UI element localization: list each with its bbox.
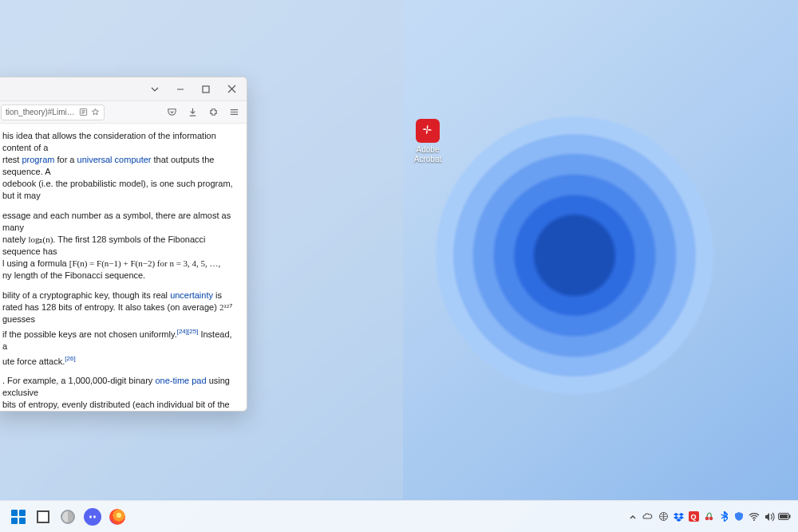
link-uncertainty[interactable]: uncertainty — [170, 290, 213, 300]
browser-icon — [61, 510, 75, 524]
link-program[interactable]: program — [22, 155, 54, 164]
page-content: his idea that allows the consideration o… — [0, 124, 247, 411]
language-ime-icon[interactable] — [656, 506, 670, 528]
window-titlebar[interactable] — [0, 77, 247, 101]
hamburger-menu-icon[interactable] — [226, 104, 242, 120]
acrobat-icon — [416, 119, 440, 143]
ref-25[interactable]: [25] — [188, 328, 198, 335]
svg-point-2 — [89, 515, 92, 518]
math-fib: [F(n) = F(n−1) + F(n−2) for n = 3, 4, 5,… — [69, 258, 221, 268]
extensions-icon[interactable] — [205, 104, 221, 120]
browser-window: tion_theory)#Limitations_of_en his idea … — [0, 77, 247, 412]
url-text: tion_theory)#Limitations_of_en — [6, 108, 76, 116]
browser-button[interactable] — [56, 505, 80, 529]
dropbox-icon[interactable] — [671, 506, 685, 528]
task-view-button[interactable] — [31, 505, 55, 529]
close-button[interactable] — [219, 79, 243, 100]
math-2-127: 2¹²⁷ — [219, 302, 232, 312]
svg-point-3 — [93, 515, 96, 518]
cherry-app-icon[interactable] — [701, 506, 716, 528]
math-log: log₂(n) — [28, 234, 53, 244]
firefox-icon — [109, 509, 125, 525]
network-wifi-icon[interactable] — [747, 506, 761, 528]
link-universal-computer[interactable]: universal computer — [77, 155, 152, 164]
pocket-icon[interactable] — [164, 104, 180, 120]
desktop-icon-adobe-acrobat[interactable]: Adobe Acrobat — [406, 119, 449, 164]
svg-point-7 — [753, 519, 755, 521]
svg-rect-9 — [789, 515, 791, 518]
system-tray: Q — [626, 506, 792, 528]
security-shield-icon[interactable] — [732, 506, 746, 528]
discord-icon — [84, 508, 101, 526]
url-field[interactable]: tion_theory)#Limitations_of_en — [1, 104, 105, 120]
ref-26[interactable]: [26] — [65, 355, 75, 362]
desktop-icon-label: Adobe Acrobat — [414, 145, 441, 164]
link-one-time-pad[interactable]: one-time pad — [155, 376, 206, 385]
tabs-dropdown-button[interactable] — [143, 79, 167, 100]
svg-point-6 — [709, 517, 713, 521]
discord-button[interactable] — [81, 505, 105, 529]
ref-24[interactable]: [24] — [177, 328, 188, 335]
svg-rect-0 — [203, 86, 209, 93]
start-button[interactable] — [6, 505, 30, 529]
firefox-button[interactable] — [105, 505, 129, 529]
task-view-icon — [37, 510, 49, 523]
bookmark-star-icon[interactable] — [91, 108, 100, 116]
volume-icon[interactable] — [762, 506, 776, 528]
reader-mode-icon[interactable] — [79, 108, 88, 116]
downloads-icon[interactable] — [184, 104, 200, 120]
bluetooth-icon[interactable] — [717, 506, 731, 528]
red-app-icon[interactable]: Q — [686, 506, 701, 528]
svg-point-5 — [705, 517, 709, 521]
windows-icon — [11, 510, 26, 524]
svg-rect-10 — [780, 514, 788, 518]
tray-overflow-chevron-icon[interactable] — [626, 506, 640, 528]
taskbar: Q — [0, 500, 798, 532]
battery-icon[interactable] — [777, 506, 792, 528]
onedrive-icon[interactable] — [641, 506, 655, 528]
maximize-button[interactable] — [194, 79, 218, 100]
address-bar: tion_theory)#Limitations_of_en — [0, 101, 247, 124]
minimize-button[interactable] — [168, 79, 192, 100]
